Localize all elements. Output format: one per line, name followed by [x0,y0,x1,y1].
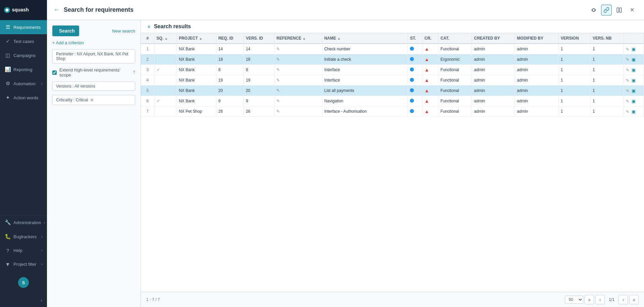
page-size-select[interactable]: 50 25 100 [565,296,583,304]
sidebar-item-test-cases[interactable]: ✓ Test cases [0,34,47,48]
results-collapse-icon[interactable]: « [148,23,151,30]
row-edit-icon[interactable]: ✎ [626,68,629,72]
col-status[interactable]: ST. [408,33,422,44]
edit-icon[interactable]: ✎ [276,78,280,83]
cell-req-id: 18 [216,54,244,65]
row-edit-icon[interactable]: ✎ [626,89,629,93]
sidebar-collapse-button[interactable]: ‹ [0,294,47,307]
chevron-right-icon: › [41,262,42,266]
col-category[interactable]: CAT. [438,33,472,44]
search-button[interactable]: Search [52,25,79,36]
row-file-icon[interactable]: ▣ [632,67,636,72]
row-edit-icon[interactable]: ✎ [626,78,629,83]
col-created-by[interactable]: CREATED BY [472,33,515,44]
squash-logo: squash [4,5,34,15]
close-button[interactable]: ✕ [627,5,637,15]
svg-rect-4 [620,8,622,12]
criticality-filter-text: Criticality : Critical [56,98,88,102]
table-row[interactable]: 4 NX Bank 19 19 ✎ Interface ▲ Functional… [141,75,644,86]
table-row[interactable]: 7 NX Pet Shop 26 26 ✎ Interface - Author… [141,106,644,117]
row-edit-icon[interactable]: ✎ [626,47,629,52]
help-circle-icon[interactable]: ? [133,70,135,75]
col-name[interactable]: NAME ▲ [322,33,408,44]
cell-vers-nb: 1 [590,96,624,106]
sidebar-item-bugtrackers[interactable]: 🐛 Bugtrackers › [0,229,47,244]
row-file-icon[interactable]: ▣ [632,99,636,104]
table-row[interactable]: 6 ✓ NX Bank 9 9 ✎ Navigation ▲ Functiona… [141,96,644,106]
cell-req-id: 8 [216,65,244,75]
sidebar-item-help[interactable]: ? Help › [0,244,47,257]
sidebar-item-automation[interactable]: ⚙ Automation › [0,76,47,91]
close-icon: ✕ [630,7,634,13]
add-criterion-button[interactable]: + Add a criterion [52,40,135,45]
cell-reference[interactable]: ✎ [274,44,322,54]
col-req-id[interactable]: REQ. ID [216,33,244,44]
cell-req-id: 14 [216,44,244,54]
col-sq[interactable]: SQ. ▲ [154,33,177,44]
avatar[interactable]: S [18,277,29,288]
new-search-link[interactable]: New search [112,29,135,34]
extend-scope-checkbox[interactable] [52,70,57,75]
col-vers-id[interactable]: VERS. ID [244,33,274,44]
sidebar-item-reporting[interactable]: 📊 Reporting [0,62,47,76]
row-file-icon[interactable]: ▣ [632,57,636,62]
associate-button[interactable] [601,5,612,15]
row-file-icon[interactable]: ▣ [632,109,636,114]
cell-created-by: admin [472,44,515,54]
eye-icon [591,7,597,13]
table-row[interactable]: 1 NX Bank 14 14 ✎ Check number ▲ Functio… [141,44,644,54]
row-file-icon[interactable]: ▣ [632,47,636,52]
col-criticality[interactable]: CR. [422,33,438,44]
cell-reference[interactable]: ✎ [274,86,322,96]
toolbar: Associate the selection ✕ [588,5,637,15]
cell-reference[interactable]: ✎ [274,96,322,106]
table-footer: 1 - 7 / 7 50 25 100 « ‹ 1/1 › » [141,292,644,307]
edit-icon[interactable]: ✎ [276,67,280,72]
row-edit-icon[interactable]: ✎ [626,57,629,62]
cell-name: Check number [322,44,408,54]
sidebar-item-requirements[interactable]: ☰ Requirements [0,20,47,34]
cell-project: NX Pet Shop [177,106,216,117]
cell-category: Functional [438,96,472,106]
test-cases-icon: ✓ [5,38,11,44]
cell-reference[interactable]: ✎ [274,106,322,117]
search-panel: Search New search + Add a criterion Peri… [47,20,141,307]
edit-icon[interactable]: ✎ [276,88,280,93]
criticality-filter-remove[interactable]: ✕ [90,97,94,103]
edit-icon[interactable]: ✎ [276,99,280,103]
next-page-button[interactable]: › [619,295,628,304]
col-reference[interactable]: REFERENCE ▲ [274,33,322,44]
last-page-button[interactable]: » [629,295,639,304]
cell-sq [154,106,177,117]
table-row[interactable]: 2 NX Bank 18 18 ✎ Initiate a check ▲ Erg… [141,54,644,65]
sidebar-item-project-filter[interactable]: ▼ Project filter › [0,257,47,271]
columns-button[interactable] [614,5,625,15]
row-edit-icon[interactable]: ✎ [626,99,629,104]
cell-vers-id: 20 [244,86,274,96]
automation-icon: ⚙ [5,81,11,87]
col-project[interactable]: PROJECT ▲ [177,33,216,44]
table-row[interactable]: 5 NX Bank 20 20 ✎ List all payments ▲ Fu… [141,86,644,96]
cell-reference[interactable]: ✎ [274,65,322,75]
row-file-icon[interactable]: ▣ [632,78,636,83]
sidebar-item-administration[interactable]: 🔧 Administration › [0,215,47,229]
col-vers-nb[interactable]: VERS. NB [590,33,624,44]
sidebar-item-action-words[interactable]: ✦ Action words [0,91,47,105]
sidebar-item-campaigns[interactable]: ◫ Campaigns [0,48,47,62]
cell-criticality: ▲ [422,106,438,117]
row-file-icon[interactable]: ▣ [632,88,636,93]
back-button[interactable]: ← [54,6,60,13]
first-page-button[interactable]: « [585,295,594,304]
row-edit-icon[interactable]: ✎ [626,109,629,114]
edit-icon[interactable]: ✎ [276,47,280,51]
prev-page-button[interactable]: ‹ [595,295,605,304]
table-row[interactable]: 3 ✓ NX Bank 8 8 ✎ Interface ▲ Functional… [141,65,644,75]
col-modified-by[interactable]: MODIFIED BY [515,33,558,44]
cell-created-by: admin [472,96,515,106]
edit-icon[interactable]: ✎ [276,109,280,114]
col-version[interactable]: VERSION [558,33,590,44]
cell-reference[interactable]: ✎ [274,54,322,65]
eye-button[interactable] [588,5,599,15]
cell-reference[interactable]: ✎ [274,75,322,86]
edit-icon[interactable]: ✎ [276,57,280,62]
